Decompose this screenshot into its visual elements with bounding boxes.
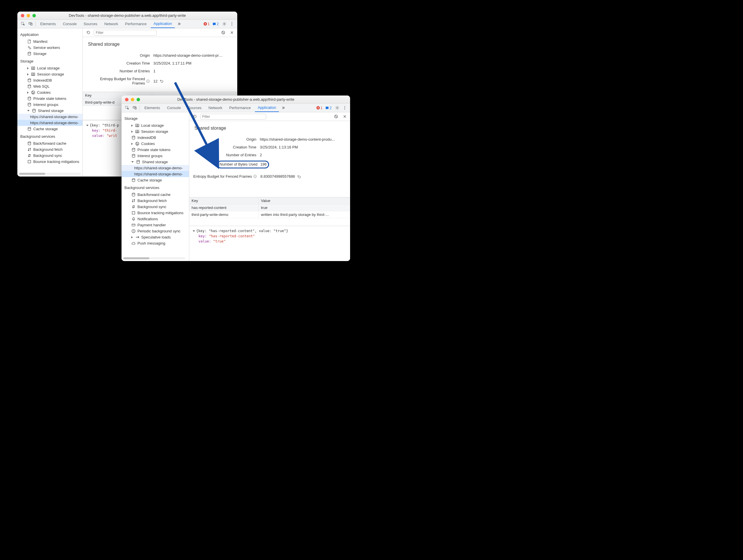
sidebar-item-shared-storage[interactable]: Shared storage bbox=[122, 159, 189, 165]
tab-performance[interactable]: Performance bbox=[226, 103, 254, 112]
reset-entropy-icon[interactable] bbox=[297, 174, 301, 179]
close-window-button[interactable] bbox=[21, 14, 24, 17]
sidebar-item-local-storage[interactable]: Local storage bbox=[122, 122, 189, 129]
svg-point-40 bbox=[132, 136, 135, 137]
sidebar-item-periodic-bg-sync[interactable]: Periodic background sync bbox=[122, 228, 189, 234]
svg-rect-4 bbox=[213, 23, 216, 25]
sidebar-item-background-fetch[interactable]: Background fetch bbox=[122, 198, 189, 204]
tab-performance[interactable]: Performance bbox=[122, 20, 149, 28]
svg-point-19 bbox=[34, 93, 34, 93]
sidebar-item-background-sync[interactable]: Background sync bbox=[17, 153, 82, 159]
svg-point-25 bbox=[28, 142, 31, 143]
sidebar-item-bfcache[interactable]: Back/forward cache bbox=[17, 140, 82, 146]
sidebar-item-interest-groups[interactable]: Interest groups bbox=[17, 101, 82, 107]
titlebar: DevTools - shared-storage-demo-publisher… bbox=[122, 95, 350, 103]
sidebar-item-cache-storage[interactable]: Cache storage bbox=[122, 177, 189, 183]
sidebar-item-push-messaging[interactable]: Push messaging bbox=[122, 240, 189, 246]
sidebar-item-private-state-tokens[interactable]: Private state tokens bbox=[17, 95, 82, 101]
close-panel-icon[interactable] bbox=[341, 114, 348, 120]
tab-network[interactable]: Network bbox=[101, 20, 121, 28]
sidebar-item-shared-storage[interactable]: Shared storage bbox=[17, 107, 82, 114]
clear-icon[interactable] bbox=[333, 114, 339, 120]
inspect-element-icon[interactable] bbox=[124, 105, 130, 111]
horizontal-scrollbar[interactable] bbox=[19, 173, 81, 175]
reset-entropy-icon[interactable] bbox=[160, 79, 164, 83]
tab-network[interactable]: Network bbox=[206, 103, 225, 112]
more-tabs-chevron-icon[interactable] bbox=[176, 21, 182, 27]
refresh-icon[interactable] bbox=[191, 114, 198, 120]
filter-input[interactable] bbox=[94, 30, 157, 36]
zoom-window-button[interactable] bbox=[137, 98, 140, 101]
svg-point-18 bbox=[32, 92, 33, 92]
sidebar-item-web-sql[interactable]: Web SQL bbox=[17, 83, 82, 89]
tab-console[interactable]: Console bbox=[60, 20, 80, 28]
object-preview: {key: "has-reported-content", value: "tr… bbox=[189, 226, 350, 246]
sidebar-item-service-workers[interactable]: Service workers bbox=[17, 45, 82, 51]
table-row[interactable]: third-party-write-demowritten into third… bbox=[189, 211, 350, 218]
devtools-tabs: Elements Console Sources Network Perform… bbox=[17, 20, 237, 28]
tab-application[interactable]: Application bbox=[151, 20, 175, 28]
filter-toolbar bbox=[189, 112, 350, 121]
device-toggle-icon[interactable] bbox=[27, 21, 34, 27]
kebab-menu-icon[interactable] bbox=[228, 21, 235, 27]
tab-console[interactable]: Console bbox=[164, 103, 184, 112]
col-value[interactable]: Value bbox=[259, 198, 350, 204]
tab-elements[interactable]: Elements bbox=[141, 103, 163, 112]
sidebar-item-bounce-tracking[interactable]: Bounce tracking mitigations bbox=[17, 159, 82, 165]
error-indicator[interactable]: 1 bbox=[204, 22, 210, 26]
svg-point-34 bbox=[337, 107, 338, 108]
sidebar-item-interest-groups[interactable]: Interest groups bbox=[122, 153, 189, 159]
sidebar-item-background-fetch[interactable]: Background fetch bbox=[17, 146, 82, 153]
shared-storage-origin-2[interactable]: https://shared-storage-demo- bbox=[17, 120, 82, 126]
shared-storage-origin-1[interactable]: https://shared-storage-demo- bbox=[122, 165, 189, 171]
sidebar-item-speculative-loads[interactable]: Speculative loads bbox=[122, 234, 189, 240]
storage-table: Key Value has-reported-contenttrue third… bbox=[189, 197, 350, 226]
svg-point-42 bbox=[137, 143, 137, 143]
sidebar-item-session-storage[interactable]: Session storage bbox=[17, 71, 82, 77]
filter-input[interactable] bbox=[200, 114, 266, 120]
error-indicator[interactable]: 1 bbox=[316, 106, 322, 110]
sidebar-item-manifest[interactable]: Manifest bbox=[17, 39, 82, 45]
col-key[interactable]: Key bbox=[189, 198, 259, 204]
inspect-element-icon[interactable] bbox=[20, 21, 26, 27]
more-tabs-chevron-icon[interactable] bbox=[280, 105, 287, 111]
issues-indicator[interactable]: 2 bbox=[212, 22, 219, 26]
row-num-entries: Number of Entries1 bbox=[87, 67, 233, 75]
tab-sources[interactable]: Sources bbox=[185, 103, 205, 112]
sidebar-item-bfcache[interactable]: Back/forward cache bbox=[122, 191, 189, 198]
svg-point-17 bbox=[32, 91, 35, 94]
sidebar-item-bounce-tracking[interactable]: Bounce tracking mitigations bbox=[122, 210, 189, 216]
tab-sources[interactable]: Sources bbox=[81, 20, 100, 28]
minimize-window-button[interactable] bbox=[27, 14, 30, 17]
sidebar-item-storage[interactable]: Storage bbox=[17, 51, 82, 57]
issues-indicator[interactable]: 2 bbox=[325, 106, 332, 110]
minimize-window-button[interactable] bbox=[131, 98, 134, 101]
zoom-window-button[interactable] bbox=[32, 14, 36, 17]
settings-gear-icon[interactable] bbox=[221, 21, 227, 27]
settings-gear-icon[interactable] bbox=[334, 105, 340, 111]
tab-elements[interactable]: Elements bbox=[37, 20, 59, 28]
kebab-menu-icon[interactable] bbox=[341, 105, 348, 111]
shared-storage-origin-1[interactable]: https://shared-storage-demo- bbox=[17, 114, 82, 120]
table-header: Key Value bbox=[189, 198, 350, 204]
sidebar-item-local-storage[interactable]: Local storage bbox=[17, 65, 82, 71]
shared-storage-origin-2[interactable]: https://shared-storage-demo- bbox=[122, 171, 189, 177]
sidebar-item-cache-storage[interactable]: Cache storage bbox=[17, 126, 82, 132]
sidebar-item-background-sync[interactable]: Background sync bbox=[122, 204, 189, 210]
close-panel-icon[interactable] bbox=[228, 30, 235, 36]
close-window-button[interactable] bbox=[125, 98, 128, 101]
tab-application[interactable]: Application bbox=[255, 103, 279, 112]
sidebar-item-indexeddb[interactable]: IndexedDB bbox=[17, 77, 82, 83]
clear-icon[interactable] bbox=[220, 30, 226, 36]
sidebar-item-session-storage[interactable]: Session storage bbox=[122, 129, 189, 135]
sidebar-item-cookies[interactable]: Cookies bbox=[122, 141, 189, 147]
sidebar-item-cookies[interactable]: Cookies bbox=[17, 89, 82, 95]
horizontal-scrollbar[interactable] bbox=[123, 257, 185, 259]
sidebar-item-indexeddb[interactable]: IndexedDB bbox=[122, 135, 189, 141]
device-toggle-icon[interactable] bbox=[131, 105, 138, 111]
sidebar-item-notifications[interactable]: Notifications bbox=[122, 216, 189, 222]
refresh-icon[interactable] bbox=[85, 30, 91, 36]
table-row[interactable]: has-reported-contenttrue bbox=[189, 204, 350, 211]
sidebar-item-private-state-tokens[interactable]: Private state tokens bbox=[122, 147, 189, 153]
sidebar-item-payment-handler[interactable]: Payment handler bbox=[122, 222, 189, 228]
